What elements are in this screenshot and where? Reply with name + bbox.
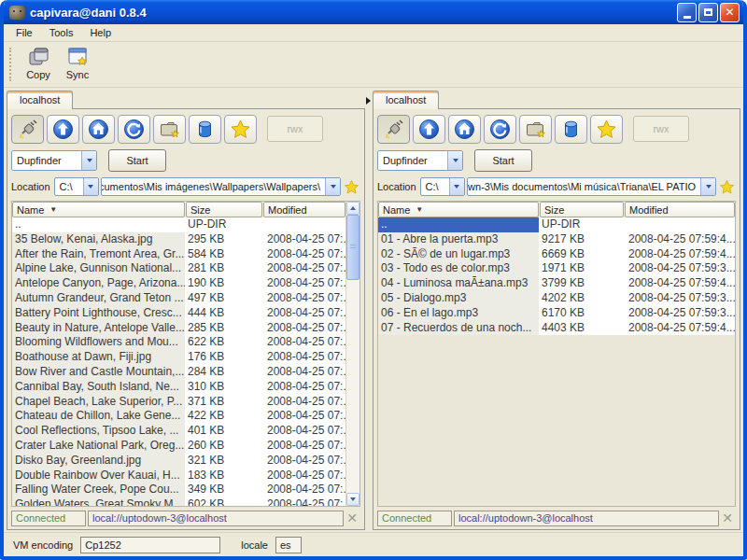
star-icon <box>596 119 617 140</box>
chevron-down-icon[interactable] <box>449 178 464 195</box>
minimize-button[interactable] <box>677 3 697 22</box>
database-button[interactable] <box>555 115 587 144</box>
table-row[interactable]: Bow River and Castle Mountain,...284 KB2… <box>12 365 345 380</box>
minimize-icon <box>684 16 691 19</box>
split-divider[interactable] <box>365 90 373 530</box>
sync-button[interactable]: Sync <box>59 46 96 80</box>
chevron-down-icon[interactable] <box>325 178 340 195</box>
table-row[interactable]: Antelope Canyon, Page, Arizona...190 KB2… <box>12 276 345 291</box>
locale-field[interactable]: es <box>275 537 302 553</box>
column-header-modified[interactable]: Modified <box>263 202 345 217</box>
table-row[interactable]: 03 - Todo es de color.mp31971 KB2008-04-… <box>378 261 735 276</box>
start-button[interactable]: Start <box>108 149 166 172</box>
titlebar[interactable]: capivara@dani 0.8.4 ✕ <box>4 0 743 24</box>
scrollbar-track[interactable] <box>346 280 359 493</box>
start-button[interactable]: Start <box>474 149 532 172</box>
home-button[interactable] <box>448 115 481 144</box>
disconnect-button[interactable] <box>11 115 44 144</box>
table-row[interactable]: 04 - Luminosa maÃ±ana.mp33799 KB2008-04-… <box>378 276 735 291</box>
table-row[interactable]: Crater Lake National Park, Oreg...260 KB… <box>12 439 345 454</box>
database-icon <box>194 119 216 140</box>
table-row[interactable]: Battery Point Lighthouse, Cresc...444 KB… <box>12 306 345 321</box>
left-table-scrollbar[interactable] <box>345 202 359 506</box>
toolbar-drag-handle[interactable] <box>9 48 12 81</box>
column-header-modified[interactable]: Modified <box>625 202 735 217</box>
table-row[interactable]: Beauty in Nature, Antelope Valle...285 K… <box>12 321 345 336</box>
chevron-down-icon[interactable] <box>81 151 96 170</box>
table-row[interactable]: Chateau de Chillon, Lake Gene...422 KB20… <box>12 409 345 424</box>
disconnect-x-icon[interactable]: ✕ <box>344 511 360 525</box>
dupfinder-select[interactable]: Dupfinder <box>11 150 97 171</box>
table-row[interactable]: ..UP-DIR <box>12 217 345 232</box>
table-row[interactable]: Double Rainbow Over Kauai, H...183 KB200… <box>12 469 345 483</box>
chevron-down-icon[interactable] <box>700 178 715 195</box>
splitter-arrow-icon[interactable] <box>366 97 371 105</box>
file-name: 07 - Recuerdos de una noch... <box>378 321 539 336</box>
table-row[interactable]: Disko Bay, Greenland.jpg321 KB2008-04-25… <box>12 454 345 469</box>
table-row[interactable]: 07 - Recuerdos de una noch...4403 KB2008… <box>378 321 735 336</box>
left-tab-localhost[interactable]: localhost <box>7 91 73 109</box>
scrollbar-thumb[interactable] <box>346 215 359 280</box>
favorites-button[interactable] <box>224 115 257 144</box>
path-select[interactable]: \Mis documentos\Mis imágenes\Wallpapers\… <box>101 177 341 196</box>
favorites-button[interactable] <box>590 115 623 144</box>
scroll-down-icon[interactable] <box>346 493 359 506</box>
drive-select[interactable]: C:\ <box>54 177 99 196</box>
dupfinder-select[interactable]: Dupfinder <box>377 150 463 171</box>
chevron-down-icon[interactable] <box>83 178 98 195</box>
table-row[interactable]: Chapel Beach, Lake Superior, P...371 KB2… <box>12 395 345 410</box>
disconnect-x-icon[interactable]: ✕ <box>719 511 736 525</box>
table-row[interactable]: ..UP-DIR <box>378 217 735 232</box>
home-button[interactable] <box>82 115 115 144</box>
file-size: UP-DIR <box>539 217 623 232</box>
star-icon <box>230 119 251 140</box>
file-size: 260 KB <box>185 439 261 454</box>
table-row[interactable]: 01 - Abre la puerta.mp39217 KB2008-04-25… <box>378 232 735 247</box>
table-row[interactable]: 35 Below, Kenai, Alaska.jpg295 KB2008-04… <box>12 232 345 247</box>
path-select[interactable]: itodown-3\Mis documentos\Mi música\Trian… <box>467 177 716 196</box>
close-button[interactable]: ✕ <box>720 3 740 22</box>
file-size: 3799 KB <box>539 276 623 291</box>
chevron-down-icon[interactable] <box>447 151 462 170</box>
menu-help[interactable]: Help <box>81 25 120 40</box>
file-size: UP-DIR <box>185 217 261 232</box>
new-folder-button[interactable] <box>519 115 552 144</box>
table-row[interactable]: Golden Waters, Great Smoky M...602 KB200… <box>12 497 345 506</box>
file-size: 6170 KB <box>539 306 623 321</box>
sort-descending-icon: ▼ <box>49 205 57 214</box>
table-row[interactable]: Cool Reflections, Tipsoo Lake, ...401 KB… <box>12 424 345 439</box>
menu-file[interactable]: File <box>7 25 41 40</box>
right-tab-localhost[interactable]: localhost <box>373 91 439 109</box>
bookmark-star-icon[interactable] <box>719 179 736 195</box>
scroll-up-icon[interactable] <box>346 202 359 215</box>
table-row[interactable]: 06 - En el lago.mp36170 KB2008-04-25 07:… <box>378 306 735 321</box>
database-button[interactable] <box>189 115 221 144</box>
bookmark-star-icon[interactable] <box>344 179 360 195</box>
go-up-button[interactable] <box>47 115 79 144</box>
menu-tools[interactable]: Tools <box>41 25 82 40</box>
refresh-button[interactable] <box>484 115 516 144</box>
column-header-size[interactable]: Size <box>186 202 262 217</box>
table-row[interactable]: Boathouse at Dawn, Fiji.jpg176 KB2008-04… <box>12 350 345 365</box>
left-table-header: Name ▼ Size Modified <box>12 202 345 217</box>
drive-value: C:\ <box>421 181 449 192</box>
column-header-name[interactable]: Name ▼ <box>378 202 539 217</box>
table-row[interactable]: Falling Water Creek, Pope Cou...349 KB20… <box>12 483 345 497</box>
table-row[interactable]: Cannibal Bay, South Island, Ne...310 KB2… <box>12 380 345 395</box>
copy-button[interactable]: Copy <box>20 46 57 80</box>
column-header-name[interactable]: Name ▼ <box>12 202 185 217</box>
maximize-button[interactable] <box>698 3 718 22</box>
table-row[interactable]: Alpine Lake, Gunnison National...281 KB2… <box>12 261 345 276</box>
table-row[interactable]: Blooming Wildflowers and Mou...622 KB200… <box>12 335 345 350</box>
new-folder-button[interactable] <box>153 115 186 144</box>
vm-encoding-field[interactable]: Cp1252 <box>80 537 220 553</box>
disconnect-button[interactable] <box>377 115 410 144</box>
drive-select[interactable]: C:\ <box>420 177 465 196</box>
refresh-button[interactable] <box>118 115 150 144</box>
table-row[interactable]: 02 - SÃ© de un lugar.mp36669 KB2008-04-2… <box>378 247 735 262</box>
go-up-button[interactable] <box>413 115 445 144</box>
table-row[interactable]: After the Rain, Tremont Area, Gr...584 K… <box>12 247 345 262</box>
table-row[interactable]: 05 - Dialogo.mp34202 KB2008-04-25 07:59:… <box>378 291 735 306</box>
column-header-size[interactable]: Size <box>540 202 624 217</box>
table-row[interactable]: Autumn Grandeur, Grand Teton ...497 KB20… <box>12 291 345 306</box>
